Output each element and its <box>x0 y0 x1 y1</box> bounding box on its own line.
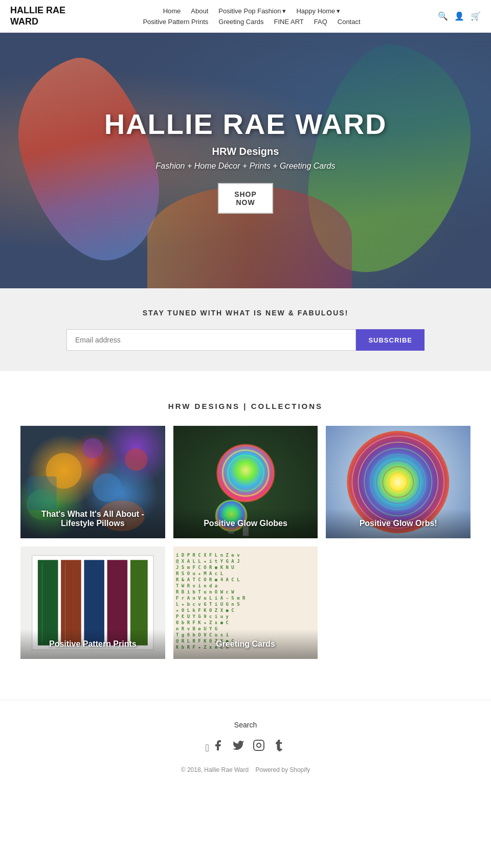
svg-text:R B i b T u n O W c W: R B i b T u n O W c W <box>176 589 234 595</box>
collection-card-greeting-cards[interactable]: i D P R C X F L n Z e v @ X A L L ★ i t … <box>173 546 318 659</box>
nav-pattern-prints[interactable]: Positive Pattern Prints <box>143 18 208 26</box>
collection-card-glow-orbs[interactable]: Positive Glow Orbs! <box>326 426 471 538</box>
footer: Search  © 2018, Hallie Rae Ward Powered… <box>0 700 491 784</box>
nav-fine-art[interactable]: FINE ART <box>274 18 303 26</box>
collections-empty-cell <box>326 546 471 659</box>
footer-search-link[interactable]: Search <box>10 721 481 729</box>
collections-title: HRW DESIGNS | COLLECTIONS <box>20 402 471 410</box>
hero-tagline: Fashion + Home Décor + Prints + Greeting… <box>104 162 387 171</box>
user-icon[interactable]: 👤 <box>454 11 464 21</box>
footer-copyright: © 2018, Hallie Rae Ward Powered by Shopi… <box>10 766 481 773</box>
hero-section: HALLIE RAE WARD HRW Designs Fashion + Ho… <box>0 33 491 288</box>
svg-text:i D P R C X F L n Z e v: i D P R C X F L n Z e v <box>176 553 240 558</box>
svg-text:0 b R F K ★ Z x ● C: 0 b R F K ★ Z x ● C <box>176 620 229 625</box>
svg-text:L ★ b c v G T i U G n S: L ★ b c v G T i U G n S <box>176 602 240 607</box>
pillows-card-label: That's What It's All About - Lifestyle P… <box>20 499 165 538</box>
nav-positive-pop-fashion[interactable]: Positive Pop Fashion ▾ <box>218 7 286 15</box>
cart-icon[interactable]: 🛒 <box>471 11 481 21</box>
pattern-prints-card-label: Positive Pattern Prints <box>20 629 165 659</box>
email-input[interactable] <box>66 329 356 351</box>
facebook-icon[interactable]:  <box>206 739 225 754</box>
main-nav: HALLIE RAE WARD Home About Positive Pop … <box>0 0 491 33</box>
collection-card-pattern-prints[interactable]: Positive Pattern Prints <box>20 546 165 659</box>
social-icons:  <box>10 739 481 754</box>
instagram-icon[interactable] <box>253 739 265 754</box>
nav-faq[interactable]: FAQ <box>314 18 327 26</box>
search-icon[interactable]: 🔍 <box>438 11 448 21</box>
email-subscribe-section: STAY TUNED WITH WHAT IS NEW & FABULOUS! … <box>0 288 491 371</box>
greeting-cards-card-label: Greeting Cards <box>173 629 318 659</box>
svg-text:R & A T C O R ● 4 A C L: R & A T C O R ● 4 A C L <box>176 577 240 582</box>
shop-now-button[interactable]: SHOPNOW <box>218 183 273 214</box>
brand-logo[interactable]: HALLIE RAE WARD <box>10 5 65 27</box>
nav-row-1: Home About Positive Pop Fashion ▾ Happy … <box>163 7 341 15</box>
nav-greeting-cards[interactable]: Greeting Cards <box>218 18 263 26</box>
chevron-down-icon: ▾ <box>337 7 340 15</box>
glow-orbs-card-label: Positive Glow Orbs! <box>326 509 471 538</box>
tumblr-icon[interactable] <box>273 739 285 754</box>
nav-utility-icons: 🔍 👤 🛒 <box>438 11 481 21</box>
svg-point-2 <box>125 448 147 471</box>
collections-bottom-row: Positive Pattern Prints i D P R C X F L … <box>20 546 471 659</box>
hero-title: HALLIE RAE WARD <box>104 107 387 141</box>
collection-card-glow-globes[interactable]: Positive Glow Globes <box>173 426 318 538</box>
nav-contact[interactable]: Contact <box>338 18 361 26</box>
nav-home[interactable]: Home <box>163 7 181 15</box>
svg-text:P € U Y G 9 c i u y: P € U Y G 9 c i u y <box>176 614 229 619</box>
nav-about[interactable]: About <box>191 7 208 15</box>
collections-section: HRW DESIGNS | COLLECTIONS That's What It… <box>0 371 491 679</box>
nav-happy-home[interactable]: Happy Home ▾ <box>296 7 340 15</box>
nav-links: Home About Positive Pop Fashion ▾ Happy … <box>65 7 438 26</box>
svg-text:R S O u ★ M A c L: R S O u ★ M A c L <box>176 571 224 576</box>
svg-rect-51 <box>254 740 264 750</box>
collection-card-pillows[interactable]: That's What It's All About - Lifestyle P… <box>20 426 165 538</box>
email-section-heading: STAY TUNED WITH WHAT IS NEW & FABULOUS! <box>41 309 450 317</box>
svg-text:F r A n V u L i A - S m R: F r A n V u L i A - S m R <box>176 596 246 601</box>
nav-row-2: Positive Pattern Prints Greeting Cards F… <box>143 18 360 26</box>
svg-text:@ X A L L ★ i t Y G A J: @ X A L L ★ i t Y G A J <box>176 559 240 564</box>
hero-content: HALLIE RAE WARD HRW Designs Fashion + Ho… <box>104 107 387 214</box>
svg-text:★ 0 L k F K 0 Z X ● C: ★ 0 L k F K 0 Z X ● C <box>176 608 234 613</box>
subscribe-button[interactable]: SUBSCRIBE <box>356 329 425 351</box>
email-form: SUBSCRIBE <box>66 329 425 351</box>
hero-subtitle: HRW Designs <box>104 146 387 157</box>
svg-point-4 <box>82 438 103 459</box>
twitter-icon[interactable] <box>232 739 244 754</box>
chevron-down-icon: ▾ <box>282 7 286 15</box>
glow-globes-card-label: Positive Glow Globes <box>173 509 318 538</box>
svg-point-1 <box>93 473 122 502</box>
svg-text:T W R v i n d a: T W R v i n d a <box>176 583 217 588</box>
collections-top-row: That's What It's All About - Lifestyle P… <box>20 426 471 538</box>
svg-text:J S m F C O R ● K N U: J S m F C O R ● K N U <box>176 565 234 570</box>
